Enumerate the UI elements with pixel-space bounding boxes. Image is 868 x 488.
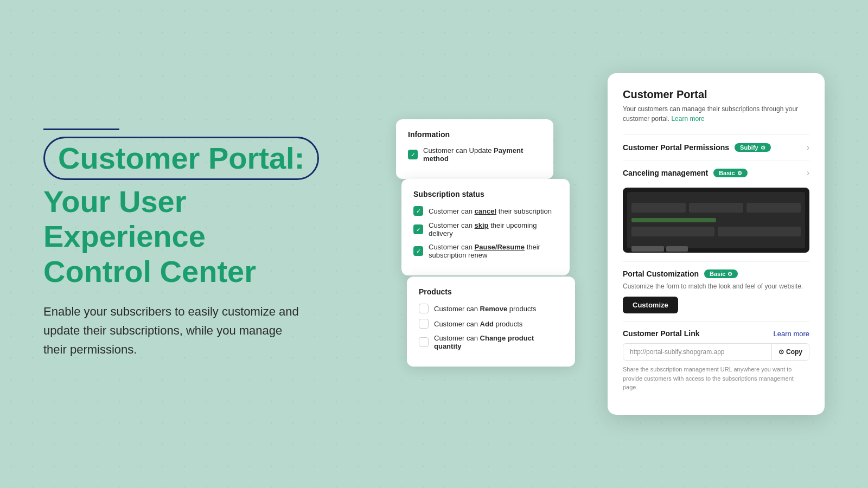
portal-panel-title: Customer Portal (623, 88, 809, 101)
checkbox-checked-icon: ✓ (413, 224, 423, 234)
link-input-row: ⊙ Copy (623, 343, 809, 361)
right-section: Customer Portal Your customers can manag… (597, 73, 825, 415)
product-item-3: Customer can Change product quantity (419, 334, 563, 350)
product-item-1: Customer can Remove products (419, 304, 563, 313)
checkbox-checked-icon: ✓ (413, 206, 423, 216)
preview-image (623, 188, 809, 253)
canceling-row-title: Canceling management (623, 169, 708, 177)
permissions-row-left: Customer Portal Permissions Subify ⚙ (623, 143, 771, 152)
link-desc: Share the subscription management URL an… (623, 365, 809, 392)
subscription-item-1: ✓ Customer can cancel their subscription (413, 206, 558, 216)
gear-icon: ⚙ (727, 271, 732, 277)
subscription-item-2: ✓ Customer can skip their upcoming deliv… (413, 221, 558, 237)
gear-icon: ⚙ (737, 170, 742, 176)
canceling-row[interactable]: Canceling management Basic ⚙ › (623, 160, 809, 185)
products-card-title: Products (419, 287, 563, 296)
left-section: Customer Portal: Your User Experience Co… (43, 129, 347, 359)
customize-button[interactable]: Customize (623, 297, 678, 313)
link-section: Customer Portal Link Learn more ⊙ Copy S… (623, 321, 809, 400)
checkbox-unchecked-icon (419, 337, 429, 347)
chevron-right-icon: › (807, 168, 809, 178)
customization-section: Portal Customization Basic ⚙ Customize t… (623, 261, 809, 321)
subscription-card-title: Subscription status (413, 190, 558, 198)
subscription-item-3: ✓ Customer can Pause/Resume their subscr… (413, 243, 558, 259)
checkbox-checked-icon: ✓ (408, 150, 418, 159)
portal-url-input[interactable] (623, 344, 771, 360)
checkbox-unchecked-icon (419, 304, 429, 313)
gear-icon: ⚙ (761, 145, 765, 151)
basic-badge-canceling: Basic ⚙ (713, 169, 747, 177)
customization-title: Portal Customization (623, 269, 699, 278)
info-card: Information ✓ Customer can Update Paymen… (396, 119, 553, 179)
checkbox-checked-icon: ✓ (413, 246, 423, 256)
basic-badge-customization: Basic ⚙ (704, 269, 738, 278)
permissions-row-title: Customer Portal Permissions (623, 143, 729, 152)
chevron-right-icon: › (807, 143, 809, 152)
page-title-portal: Customer Portal: (43, 137, 319, 180)
page-container: Customer Portal: Your User Experience Co… (0, 0, 868, 488)
copy-button[interactable]: ⊙ Copy (771, 344, 809, 360)
portal-panel: Customer Portal Your customers can manag… (608, 73, 825, 415)
link-title: Customer Portal Link (623, 329, 700, 338)
info-card-title: Information (408, 130, 541, 139)
checkbox-unchecked-icon (419, 319, 429, 329)
page-title-rest: Your User Experience Control Center (43, 184, 347, 289)
copy-icon: ⊙ (778, 348, 784, 356)
link-header: Customer Portal Link Learn more (623, 329, 809, 338)
learn-more-link-bottom[interactable]: Learn more (774, 330, 809, 338)
title-block: Customer Portal: Your User Experience Co… (43, 129, 347, 289)
learn-more-link-top[interactable]: Learn more (671, 115, 704, 123)
customization-header: Portal Customization Basic ⚙ (623, 269, 809, 278)
portal-panel-desc: Your customers can manage their subscrip… (623, 104, 809, 124)
title-decorative-line (43, 129, 119, 130)
product-item-2: Customer can Add products (419, 319, 563, 329)
subscription-card: Subscription status ✓ Customer can cance… (401, 179, 570, 275)
page-subtitle: Enable your subscribers to easily custom… (43, 302, 304, 359)
preview-inner (627, 192, 805, 248)
middle-section: Information ✓ Customer can Update Paymen… (391, 108, 553, 380)
products-card: Products Customer can Remove products Cu… (407, 277, 575, 367)
customization-desc: Customize the form to match the look and… (623, 282, 809, 290)
canceling-row-left: Canceling management Basic ⚙ (623, 169, 748, 177)
subify-badge: Subify ⚙ (735, 143, 771, 152)
info-item-1: ✓ Customer can Update Payment method (408, 146, 541, 163)
permissions-row[interactable]: Customer Portal Permissions Subify ⚙ › (623, 134, 809, 160)
